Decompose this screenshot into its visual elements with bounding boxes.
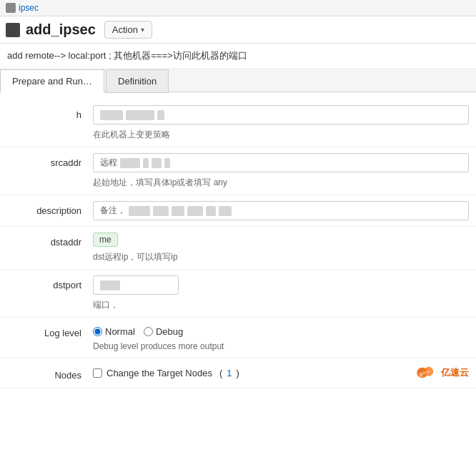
log-level-radio-group: Normal Debug bbox=[93, 323, 469, 337]
radio-debug[interactable]: Debug bbox=[144, 326, 183, 337]
radio-debug-input[interactable] bbox=[144, 327, 153, 336]
label-h: h bbox=[7, 105, 93, 120]
hint-dstport: 端口， bbox=[93, 298, 469, 311]
subtitle: add remote--> local:port ; 其他机器===>访问此机器… bbox=[0, 44, 476, 69]
input-description[interactable] bbox=[93, 201, 469, 220]
nodes-checkbox-label[interactable]: Change the Target Nodes (1) bbox=[93, 368, 239, 378]
action-label: Action bbox=[112, 24, 138, 35]
nodes-count-link[interactable]: 1 bbox=[227, 368, 232, 378]
hint-dstaddr: dst远程ip，可以填写ip bbox=[93, 250, 469, 263]
action-button[interactable]: Action ▾ bbox=[104, 21, 152, 39]
radio-debug-label: Debug bbox=[156, 326, 183, 337]
radio-normal-label: Normal bbox=[105, 326, 135, 337]
label-nodes: Nodes bbox=[7, 366, 93, 381]
dstaddr-tag: me bbox=[93, 233, 118, 247]
tab-definition[interactable]: Definition bbox=[106, 69, 169, 93]
field-col-h: 在此机器上变更策略 bbox=[93, 105, 469, 141]
radio-normal-input[interactable] bbox=[93, 327, 102, 336]
field-col-srcaddr: 远程 起始地址，填写具体ip或者填写 any bbox=[93, 153, 469, 189]
nodes-count-paren-open: ( bbox=[219, 368, 222, 378]
label-dstaddr: dstaddr bbox=[7, 233, 93, 248]
field-col-description: 备注， bbox=[93, 201, 469, 220]
nodes-checkbox[interactable] bbox=[93, 368, 102, 378]
radio-normal[interactable]: Normal bbox=[93, 326, 135, 337]
input-dstport[interactable] bbox=[93, 275, 179, 295]
logo-text: 亿速云 bbox=[441, 366, 469, 379]
breadcrumb-link[interactable]: ipsec bbox=[19, 3, 39, 13]
label-log-level: Log level bbox=[7, 323, 93, 338]
hint-h: 在此机器上变更策略 bbox=[93, 127, 469, 141]
form-row-log-level: Log level Normal Debug Debug level produ… bbox=[0, 318, 476, 358]
folder-icon bbox=[6, 3, 16, 13]
form-row-dstport: dstport 端口， bbox=[0, 270, 476, 318]
label-dstport: dstport bbox=[7, 275, 93, 290]
field-col-dstaddr: me dst远程ip，可以填写ip bbox=[93, 233, 469, 263]
chevron-down-icon: ▾ bbox=[141, 26, 144, 34]
form-area: h 在此机器上变更策略 srcaddr 远程 bbox=[0, 92, 476, 396]
nodes-count-paren-close: ) bbox=[237, 368, 239, 378]
svg-text:云: 云 bbox=[419, 372, 423, 377]
page-title: add_ipsec bbox=[26, 21, 96, 38]
form-row-dstaddr: dstaddr me dst远程ip，可以填写ip bbox=[0, 227, 476, 270]
input-srcaddr[interactable] bbox=[93, 153, 469, 172]
label-description: description bbox=[7, 201, 93, 216]
header-row: add_ipsec Action ▾ bbox=[0, 16, 476, 44]
field-col-log-level: Normal Debug Debug level produces more o… bbox=[93, 323, 469, 351]
breadcrumb: ipsec bbox=[0, 0, 476, 16]
hint-srcaddr: 起始地址，填写具体ip或者填写 any bbox=[93, 175, 469, 189]
nodes-content: Change the Target Nodes (1) 云 亿速云 bbox=[93, 365, 469, 381]
yisuyun-logo-icon: 云 bbox=[417, 365, 437, 381]
form-row-h: h 在此机器上变更策略 bbox=[0, 99, 476, 147]
field-col-dstport: 端口， bbox=[93, 275, 469, 311]
nodes-checkbox-text: Change the Target Nodes bbox=[106, 368, 212, 378]
label-srcaddr: srcaddr bbox=[7, 153, 93, 168]
page-icon bbox=[6, 23, 20, 37]
form-row-description: description 备注， bbox=[0, 195, 476, 227]
tabs-bar: Prepare and Run… Definition bbox=[0, 69, 476, 92]
input-h[interactable] bbox=[93, 105, 469, 124]
hint-log-level: Debug level produces more output bbox=[93, 340, 469, 351]
form-row-nodes: Nodes Change the Target Nodes (1) 云 亿速云 bbox=[0, 358, 476, 388]
form-row-srcaddr: srcaddr 远程 起始地址，填写具体ip或者填写 any bbox=[0, 147, 476, 195]
logo-area: 云 亿速云 bbox=[417, 365, 469, 381]
tab-prepare-and-run[interactable]: Prepare and Run… bbox=[0, 69, 104, 93]
